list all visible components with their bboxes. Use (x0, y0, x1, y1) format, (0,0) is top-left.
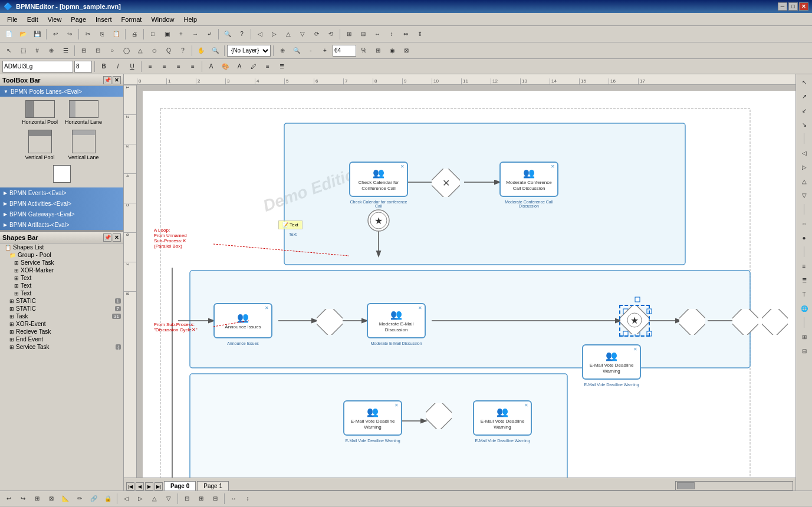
page-tab-0[interactable]: Page 0 (164, 481, 196, 490)
tb2-zoom-in[interactable]: + (318, 44, 331, 57)
page-nav-first[interactable]: |◀ (126, 482, 134, 490)
tb-c3[interactable]: △ (282, 28, 295, 41)
tb-b4[interactable]: → (189, 28, 202, 41)
bt-5[interactable]: 📐 (59, 492, 72, 505)
rp-btn-13[interactable]: T (798, 288, 811, 301)
task-vote-warning-3[interactable]: ✕ 👥 E-Mail Vote Deadline Warning (473, 400, 532, 436)
tb-b3[interactable]: + (175, 28, 188, 41)
rp-btn-14[interactable]: 🌐 (798, 302, 811, 315)
task-vote-warning-2[interactable]: ✕ 👥 E-Mail Vote Deadline Warning (343, 400, 402, 436)
gateway-empty-1[interactable] (317, 309, 343, 336)
tb-save[interactable]: 💾 (31, 28, 44, 41)
v-lane-item[interactable]: Vertical Lane (63, 129, 104, 162)
bt-9[interactable]: ◁ (120, 492, 133, 505)
tb-d1[interactable]: ⊞ (343, 28, 356, 41)
tb-d3[interactable]: ↔ (371, 28, 384, 41)
tb2-grid[interactable]: # (31, 44, 44, 57)
bt-16[interactable]: ↔ (227, 492, 240, 505)
shapes-bar-pin[interactable]: 📌 (103, 233, 111, 242)
tb-open[interactable]: 📂 (17, 28, 29, 41)
tb2-zg[interactable]: ◉ (386, 44, 399, 57)
bpmn-events-header[interactable]: ▶ BPMN Events-<Eval> (0, 187, 123, 198)
tb2-align[interactable]: ☰ (59, 44, 72, 57)
tb-zoom2[interactable]: ? (235, 28, 248, 41)
bpmn-pools-header[interactable]: ▼ BPMN Pools Lanes-<Eval> (0, 86, 123, 97)
page-nav-prev[interactable]: ◀ (136, 482, 144, 490)
task-moderate-conf[interactable]: ✕ 👥 Moderate Conference Call Discussion (499, 162, 558, 197)
page-tab-1[interactable]: Page 1 (197, 481, 229, 490)
page-nav-next[interactable]: ▶ (145, 482, 153, 490)
text-item-2[interactable]: ⊞ Text (0, 282, 123, 289)
rp-btn-4[interactable]: ↘ (798, 118, 811, 131)
tb2-f2[interactable]: 🔍 (290, 44, 303, 57)
bt-8[interactable]: 🔒 (101, 492, 114, 505)
menu-insert[interactable]: Insert (91, 15, 117, 24)
page-nav-last[interactable]: ▶| (154, 482, 163, 490)
tb-d2[interactable]: ⊟ (357, 28, 370, 41)
menu-format[interactable]: Format (117, 15, 147, 24)
task-announce[interactable]: ✕ 👥 Announce Issues (213, 303, 272, 338)
end-event-item[interactable]: ⊞ End Event (0, 335, 123, 343)
underline-button[interactable]: U (126, 60, 139, 73)
menu-help[interactable]: Help (179, 15, 202, 24)
rp-btn-3[interactable]: ↙ (798, 104, 811, 117)
v-pool-item[interactable]: Vertical Pool (19, 129, 61, 162)
bt-14[interactable]: ⊞ (195, 492, 208, 505)
static-item-2[interactable]: ⊞ STATIC 7 (0, 305, 123, 312)
menu-window[interactable]: Window (146, 15, 179, 24)
h-pool-shape[interactable]: Horizontal Pool (19, 99, 61, 126)
align-left[interactable]: ≡ (144, 60, 157, 73)
rp-btn-15[interactable]: ⊞ (798, 330, 811, 343)
tb-redo[interactable]: ↪ (63, 28, 76, 41)
shapes-list-item[interactable]: 📋 Shapes List (0, 243, 123, 251)
receive-task-item[interactable]: ⊞ Recieve Task (0, 328, 123, 335)
xor-marker-item[interactable]: ⊞ XOR-Marker (0, 266, 123, 274)
toolbox-pin[interactable]: 📌 (103, 76, 111, 84)
bt-7[interactable]: 🔗 (87, 492, 100, 505)
tb-copy[interactable]: ⎘ (96, 28, 109, 41)
tb-zoom1[interactable]: 🔍 (221, 28, 234, 41)
tb2-zs[interactable]: ⊠ (400, 44, 413, 57)
rp-btn-9[interactable]: ○ (798, 217, 811, 230)
rp-btn-2[interactable]: ↗ (798, 90, 811, 103)
close-button[interactable]: ✕ (799, 2, 808, 11)
rp-btn-5[interactable]: ◁ (798, 146, 811, 159)
bt-6[interactable]: ✏ (73, 492, 86, 505)
tb2-zf[interactable]: ⊞ (372, 44, 384, 57)
tb2-e2[interactable]: ⊡ (91, 44, 104, 57)
menu-edit[interactable]: Edit (22, 15, 43, 24)
bt-15[interactable]: ⊟ (209, 492, 222, 505)
task-email-discuss[interactable]: ✕ 👥 Moderate E-Mail Discussion (367, 303, 426, 338)
tb-print[interactable]: 🖨 (128, 28, 141, 41)
tb2-f1[interactable]: ⊕ (276, 44, 289, 57)
bt-3[interactable]: ⊞ (31, 492, 44, 505)
rp-btn-6[interactable]: ▷ (798, 160, 811, 173)
menu-view[interactable]: View (43, 15, 67, 24)
menu-file[interactable]: File (2, 15, 22, 24)
shapes-bar-close[interactable]: ✕ (113, 233, 121, 242)
tb-c2[interactable]: ▷ (268, 28, 281, 41)
bt-13[interactable]: ⊡ (180, 492, 193, 505)
tb2-e6[interactable]: ◇ (148, 44, 161, 57)
h-scrollbar[interactable] (675, 481, 793, 490)
tb-f-e[interactable]: ≡ (261, 60, 274, 73)
service-task-item-1[interactable]: ⊞ Service Task (0, 259, 123, 266)
maximize-button[interactable]: □ (788, 2, 798, 11)
bt-2[interactable]: ↪ (17, 492, 29, 505)
generic-shape-item[interactable] (41, 164, 83, 185)
rp-btn-10[interactable]: ● (798, 231, 811, 244)
text-item-1[interactable]: ⊞ Text (0, 274, 123, 282)
tb-f-b[interactable]: 🎨 (219, 60, 232, 73)
tb2-zp[interactable]: % (357, 44, 370, 57)
gateway-bottom[interactable] (426, 403, 452, 430)
tb2-e8[interactable]: ? (176, 44, 189, 57)
rp-btn-8[interactable]: ▽ (798, 189, 811, 202)
task-item[interactable]: ⊞ Task 31 (0, 312, 123, 320)
gateway-xor[interactable]: ✕ (432, 169, 458, 195)
tb2-e7[interactable]: Q (162, 44, 175, 57)
group-pool-item[interactable]: 📁 Group - Pool (0, 251, 123, 259)
text-item-3[interactable]: ⊞ Text (0, 289, 123, 297)
menu-page[interactable]: Page (66, 15, 91, 24)
bold-button[interactable]: B (97, 60, 110, 73)
tb-f-f[interactable]: ≣ (275, 60, 288, 73)
